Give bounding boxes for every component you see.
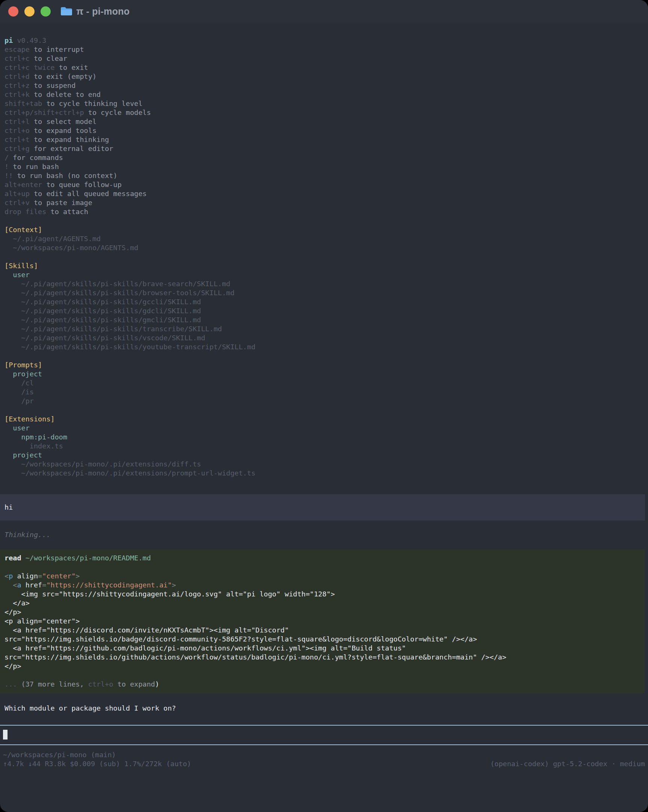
terminal-line: ctrl+g for external editor — [5, 144, 645, 153]
status-bar: ~/workspaces/pi-mono (main) ↑4.7k ↓44 R3… — [0, 745, 648, 768]
title-bar: π - pi-mono — [0, 0, 648, 23]
terminal-line: <a href="https://shittycodingagent.ai"> — [5, 581, 640, 590]
terminal-line: <img src="https://shittycodingagent.ai/l… — [5, 590, 640, 599]
terminal-line: </p> — [5, 608, 640, 617]
folder-icon — [61, 6, 72, 16]
terminal-line: ~/.pi/agent/skills/pi-skills/vscode/SKIL… — [5, 334, 645, 342]
terminal-line: shift+tab to cycle thinking level — [5, 99, 645, 108]
terminal-line: index.ts — [5, 442, 645, 451]
terminal-line: pi v0.49.3 — [5, 36, 645, 45]
terminal-line: <p align="center"> — [5, 617, 640, 626]
close-button[interactable] — [8, 6, 18, 17]
terminal-line: ctrl+c twice to exit — [5, 63, 645, 72]
terminal-line: ~/workspaces/pi-mono/.pi/extensions/diff… — [5, 460, 645, 469]
terminal-line: ~/.pi/agent/skills/pi-skills/browser-too… — [5, 288, 645, 298]
assistant-message: Which module or package should I work on… — [5, 704, 648, 713]
terminal-line: ~/.pi/agent/skills/pi-skills/transcribe/… — [5, 325, 645, 334]
terminal-line: [Skills] — [5, 261, 645, 270]
terminal-line: <p align="center"> — [5, 572, 640, 581]
cwd-branch-label: ~/workspaces/pi-mono (main) — [3, 750, 116, 759]
terminal-line: <a href="https://discord.com/invite/nKXT… — [5, 626, 640, 635]
terminal-line: <a href="https://github.com/badlogic/pi-… — [5, 644, 640, 653]
terminal-line: </p> — [5, 662, 640, 671]
terminal-line: /pr — [5, 397, 645, 406]
terminal-line: ctrl+l to select model — [5, 117, 645, 126]
terminal-line: read ~/workspaces/pi-mono/README.md — [5, 554, 640, 563]
terminal-line: ctrl+k to delete to end — [5, 90, 645, 99]
window-title: π - pi-mono — [76, 7, 130, 16]
terminal-line: ~/.pi/agent/skills/pi-skills/gccli/SKILL… — [5, 298, 645, 307]
prompt-input[interactable] — [0, 725, 648, 745]
zoom-button[interactable] — [41, 6, 51, 17]
terminal-line: ~/.pi/agent/skills/pi-skills/youtube-tra… — [5, 342, 645, 351]
terminal-line — [5, 406, 645, 415]
terminal-line — [5, 252, 645, 261]
terminal-line: ... (37 more lines, ctrl+o to expand) — [5, 680, 640, 689]
terminal-line: ~/.pi/agent/skills/pi-skills/gmcli/SKILL… — [5, 316, 645, 325]
terminal-line: alt+up to edit all queued messages — [5, 189, 645, 198]
model-info-label: (openai-codex) gpt-5.2-codex · medium — [490, 759, 645, 768]
terminal-line: [Extensions] — [5, 415, 645, 424]
terminal-line: ctrl+c to clear — [5, 54, 645, 63]
title-group: π - pi-mono — [61, 6, 130, 16]
tool-call-read-block: read ~/workspaces/pi-mono/README.md <p a… — [0, 549, 645, 693]
terminal-line: npm:pi-doom — [5, 433, 645, 442]
terminal-line: [Context] — [5, 225, 645, 234]
terminal-line: ! to run bash — [5, 162, 645, 171]
terminal-line: ctrl+d to exit (empty) — [5, 72, 645, 81]
text-cursor — [3, 730, 8, 740]
terminal-line: project — [5, 451, 645, 460]
terminal-window: π - pi-mono pi v0.49.3escape to interrup… — [0, 0, 648, 812]
terminal-line: /cl — [5, 379, 645, 388]
terminal-line — [5, 563, 640, 572]
terminal-line: drop files to attach — [5, 207, 645, 216]
terminal-line: !! to run bash (no context) — [5, 171, 645, 180]
terminal-line: </a> — [5, 599, 640, 608]
terminal-line — [5, 671, 640, 680]
terminal-line: escape to interrupt — [5, 45, 645, 54]
terminal-line: ctrl+p/shift+ctrl+p to cycle models — [5, 108, 645, 117]
terminal-line: ~/workspaces/pi-mono/AGENTS.md — [5, 243, 645, 252]
terminal-line: ctrl+o to expand tools — [5, 126, 645, 135]
terminal-line: ctrl+z to suspend — [5, 81, 645, 90]
terminal-line: [Prompts] — [5, 360, 645, 369]
terminal-line — [5, 216, 645, 225]
traffic-lights — [8, 6, 51, 17]
minimize-button[interactable] — [24, 6, 35, 17]
terminal-line: project — [5, 369, 645, 379]
terminal-line: ~/.pi/agent/skills/pi-skills/brave-searc… — [5, 279, 645, 288]
terminal-line: ~/.pi/agent/AGENTS.md — [5, 234, 645, 243]
terminal-line: alt+enter to queue follow-up — [5, 180, 645, 189]
user-message: hi — [0, 494, 645, 520]
terminal-line — [5, 351, 645, 360]
thinking-indicator: Thinking... — [5, 530, 648, 539]
terminal-line: /is — [5, 388, 645, 397]
terminal-line: user — [5, 270, 645, 279]
terminal-line: ctrl+v to paste image — [5, 198, 645, 207]
terminal-line: user — [5, 424, 645, 433]
terminal-line: ctrl+t to expand thinking — [5, 135, 645, 144]
terminal-line: / for commands — [5, 153, 645, 162]
terminal-line: src="https://img.shields.io/badge/discor… — [5, 635, 640, 644]
token-cost-stats: ↑4.7k ↓44 R3.8k $0.009 (sub) 1.7%/272k (… — [3, 759, 191, 768]
session-info: pi v0.49.3escape to interruptctrl+c to c… — [0, 23, 648, 478]
terminal-line: src="https://img.shields.io/github/actio… — [5, 653, 640, 662]
terminal-line: ~/workspaces/pi-mono/.pi/extensions/prom… — [5, 469, 645, 478]
terminal-line: ~/.pi/agent/skills/pi-skills/gdcli/SKILL… — [5, 307, 645, 316]
